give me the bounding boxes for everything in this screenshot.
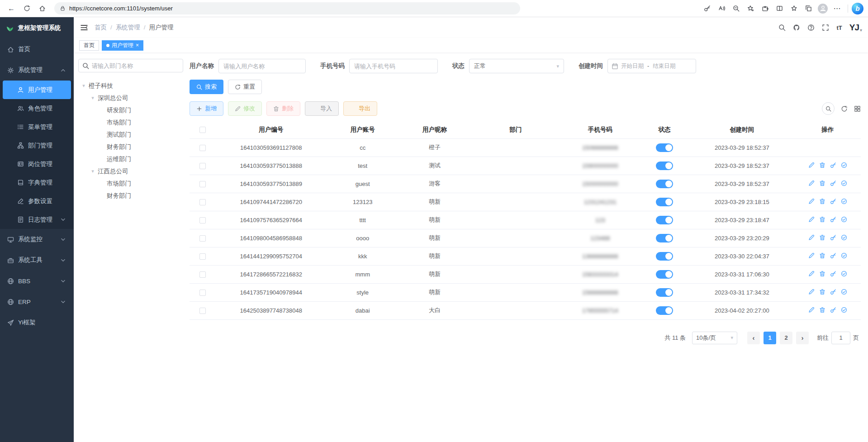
table-row[interactable]: 1641735719040978944style萌新15666666666202… — [190, 283, 861, 301]
import-button[interactable]: 导入 — [305, 101, 339, 116]
sidebar-item-5[interactable]: ERP — [0, 291, 74, 312]
row-checkbox[interactable] — [199, 217, 206, 223]
reset-password-icon[interactable] — [830, 289, 836, 295]
caret-down-icon[interactable]: ▾ — [80, 83, 87, 89]
status-toggle[interactable] — [656, 234, 673, 242]
assign-role-icon[interactable] — [841, 289, 847, 295]
url-text[interactable]: https://ccnetcore.com:1101/system/user — [69, 5, 173, 12]
sidebar-item-4[interactable]: BBS — [0, 271, 74, 291]
assign-role-icon[interactable] — [841, 252, 847, 259]
table-row[interactable]: 1641030593775013888test测试159000000002023… — [190, 157, 861, 175]
tree-node[interactable]: 市场部门 — [78, 177, 183, 190]
tab-home[interactable]: 首页 — [79, 40, 99, 51]
password-key-icon[interactable] — [700, 2, 714, 15]
browser-back-button[interactable]: ← — [5, 2, 18, 15]
assign-role-icon[interactable] — [841, 198, 847, 204]
row-checkbox[interactable] — [199, 235, 206, 242]
row-checkbox[interactable] — [199, 163, 206, 169]
sidebar-item-3[interactable]: 系统工具 — [0, 250, 74, 271]
browser-more-icon[interactable]: ⋯ — [830, 2, 844, 15]
tree-node[interactable]: 财务部门 — [78, 190, 183, 202]
browser-home-button[interactable] — [35, 2, 49, 15]
delete-icon[interactable] — [819, 180, 825, 186]
reset-password-icon[interactable] — [830, 271, 836, 277]
goto-page-input[interactable] — [831, 332, 850, 344]
edit-icon[interactable] — [808, 198, 815, 204]
phone-input[interactable] — [349, 59, 438, 73]
favorite-add-icon[interactable] — [744, 2, 757, 15]
delete-icon[interactable] — [819, 307, 825, 313]
user-avatar[interactable]: YJ ▾ — [849, 23, 862, 33]
edit-icon[interactable] — [808, 162, 815, 168]
edit-icon[interactable] — [808, 289, 815, 295]
table-row[interactable]: 1641097441472286720123123萌新1231241231202… — [190, 193, 861, 211]
copilot-icon[interactable]: b — [852, 3, 863, 14]
assign-role-icon[interactable] — [841, 234, 847, 241]
delete-icon[interactable] — [819, 271, 825, 277]
assign-role-icon[interactable] — [841, 307, 847, 313]
page-button-1[interactable]: 1 — [764, 332, 776, 344]
reset-password-icon[interactable] — [830, 252, 836, 259]
table-row[interactable]: 1641728665572216832mmm萌新158333333142023-… — [190, 265, 861, 283]
assign-role-icon[interactable] — [841, 216, 847, 223]
collapse-sidebar-icon[interactable] — [80, 24, 88, 32]
delete-icon[interactable] — [819, 234, 825, 241]
tree-node[interactable]: 市场部门 — [78, 116, 183, 128]
table-row[interactable]: 1641030593775013889guest游客15000000000202… — [190, 175, 861, 193]
search-icon[interactable] — [778, 24, 786, 31]
table-row[interactable]: 1641098004586958848oooo萌新1234882023-03-2… — [190, 229, 861, 247]
status-toggle[interactable] — [656, 252, 673, 261]
dept-search-input[interactable] — [92, 62, 179, 69]
split-screen-icon[interactable] — [773, 2, 786, 15]
caret-down-icon[interactable]: ▾ — [89, 95, 96, 101]
row-checkbox[interactable] — [199, 181, 206, 187]
reset-password-icon[interactable] — [830, 234, 836, 241]
column-settings-icon[interactable] — [854, 105, 861, 112]
table-row[interactable]: 1641030593691127808cc橙子150666666662023-0… — [190, 138, 861, 157]
status-toggle[interactable] — [656, 288, 673, 297]
sidebar-subitem-6[interactable]: 参数设置 — [0, 192, 74, 210]
breadcrumb-home[interactable]: 首页 — [95, 24, 112, 32]
address-bar[interactable]: https://ccnetcore.com:1101/system/user — [54, 2, 520, 14]
row-checkbox[interactable] — [199, 145, 206, 151]
table-row[interactable]: 1641097576365297664tttt萌新1232023-03-29 2… — [190, 211, 861, 229]
status-toggle[interactable] — [656, 216, 673, 224]
status-toggle[interactable] — [656, 306, 673, 315]
prev-page-button[interactable]: ‹ — [747, 332, 760, 344]
edit-icon[interactable] — [808, 216, 815, 223]
row-checkbox[interactable] — [199, 290, 206, 296]
app-logo[interactable]: 意框架管理系统 — [0, 17, 74, 39]
edit-icon[interactable] — [808, 252, 815, 259]
sidebar-item-0[interactable]: 首页 — [0, 39, 74, 60]
table-row[interactable]: 1642503897748738048dabai大白17855555714202… — [190, 301, 861, 319]
page-button-2[interactable]: 2 — [780, 332, 792, 344]
page-size-select[interactable]: 10条/页 ▾ — [692, 332, 737, 344]
delete-icon[interactable] — [819, 162, 825, 168]
browser-refresh-button[interactable] — [20, 2, 33, 15]
edit-icon[interactable] — [808, 234, 815, 241]
show-search-toggle-icon[interactable] — [822, 102, 835, 115]
assign-role-icon[interactable] — [841, 271, 847, 277]
reset-button[interactable]: 重置 — [228, 80, 262, 94]
github-icon[interactable] — [793, 24, 800, 31]
assign-role-icon[interactable] — [841, 162, 847, 168]
caret-down-icon[interactable]: ▾ — [89, 168, 96, 174]
export-button[interactable]: 导出 — [343, 101, 377, 116]
status-toggle[interactable] — [656, 270, 673, 279]
tab-user-management[interactable]: 用户管理 × — [102, 40, 143, 51]
fullscreen-icon[interactable] — [822, 24, 829, 31]
delete-icon[interactable] — [819, 289, 825, 295]
read-aloud-icon[interactable] — [715, 2, 728, 15]
reset-password-icon[interactable] — [830, 162, 836, 168]
row-checkbox[interactable] — [199, 253, 206, 260]
zoom-icon[interactable] — [729, 2, 743, 15]
table-row[interactable]: 1641441299095752704kkk萌新136666666662023-… — [190, 247, 861, 265]
delete-icon[interactable] — [819, 198, 825, 204]
sidebar-item-1[interactable]: 系统管理 — [0, 60, 74, 81]
username-input[interactable] — [218, 59, 306, 73]
sidebar-subitem-5[interactable]: 字典管理 — [0, 173, 74, 192]
select-all-checkbox[interactable] — [199, 127, 206, 133]
sidebar-subitem-0[interactable]: 用户管理 — [3, 81, 71, 99]
row-checkbox[interactable] — [199, 308, 206, 314]
status-toggle[interactable] — [656, 162, 673, 170]
